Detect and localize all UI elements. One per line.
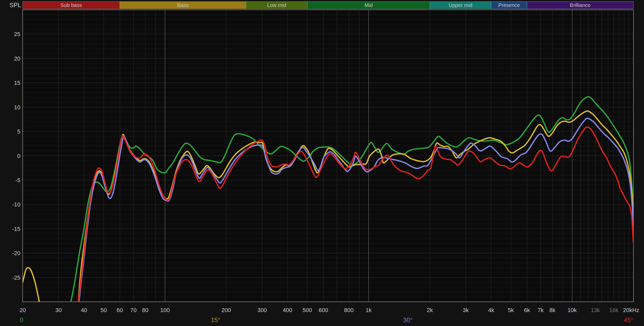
x-tick-label: 5k <box>508 307 514 313</box>
x-tick-label: 80 <box>142 307 148 313</box>
y-tick-label: -20 <box>12 250 20 256</box>
x-tick-label: 50 <box>100 307 107 313</box>
legend-item-15deg[interactable]: 15° <box>211 316 220 323</box>
band-label-1: Bass <box>177 2 189 8</box>
y-tick-label: -15 <box>12 226 20 232</box>
spl-measurement-app: SPLSub bassBassLow midMidUpper midPresen… <box>0 0 644 326</box>
spl-chart: SPLSub bassBassLow midMidUpper midPresen… <box>0 0 644 326</box>
band-label-3: Mid <box>365 2 373 8</box>
y-tick-label: 0 <box>17 153 20 159</box>
x-tick-label: 16k <box>609 307 618 313</box>
x-tick-label: 30 <box>55 307 62 313</box>
legend-item-30deg[interactable]: 30° <box>403 316 412 323</box>
y-tick-label: 25 <box>14 31 20 37</box>
x-tick-label: 400 <box>283 307 292 313</box>
y-tick-label: 5 <box>17 128 20 135</box>
band-label-5: Presence <box>498 2 520 8</box>
y-tick-label: -10 <box>12 201 20 208</box>
y-tick-label: -25 <box>12 274 20 281</box>
x-tick-label: 8k <box>549 307 556 313</box>
y-tick-label: -5 <box>15 177 20 183</box>
x-tick-label: 10k <box>567 307 577 313</box>
band-label-0: Sub bass <box>61 2 82 8</box>
band-label-2: Low mid <box>267 2 286 8</box>
x-tick-label: 7k <box>538 307 544 313</box>
x-tick-label: 60 <box>117 307 123 313</box>
y-tick-label: 10 <box>14 104 20 111</box>
band-label-6: Brilliance <box>570 2 591 8</box>
y-tick-label: 20 <box>14 55 20 62</box>
band-label-4: Upper mid <box>448 2 472 8</box>
x-tick-label: 13k <box>591 307 600 313</box>
y-tick-label: 15 <box>14 80 20 86</box>
x-tick-label: 100 <box>160 307 170 313</box>
x-tick-label: 70 <box>130 307 137 313</box>
x-tick-label: 6k <box>524 307 530 313</box>
x-tick-label: 600 <box>319 307 328 313</box>
x-tick-label: 3k <box>463 307 469 313</box>
x-tick-label: 2k <box>427 307 433 313</box>
x-tick-label: 800 <box>344 307 354 313</box>
x-tick-label: 1k <box>366 307 372 313</box>
legend-item-45deg[interactable]: 45° <box>624 316 633 323</box>
x-tick-label: 500 <box>302 307 312 313</box>
x-tick-label: 300 <box>257 307 267 313</box>
x-tick-label: 40 <box>81 307 87 313</box>
x-tick-label: 200 <box>222 307 231 313</box>
x-tick-label: 20 <box>20 307 26 313</box>
x-tick-label: 20kHz <box>623 307 639 313</box>
legend-item-0[interactable]: 0 <box>20 316 23 323</box>
spl-axis-title: SPL <box>10 2 21 9</box>
x-tick-label: 4k <box>488 307 494 313</box>
